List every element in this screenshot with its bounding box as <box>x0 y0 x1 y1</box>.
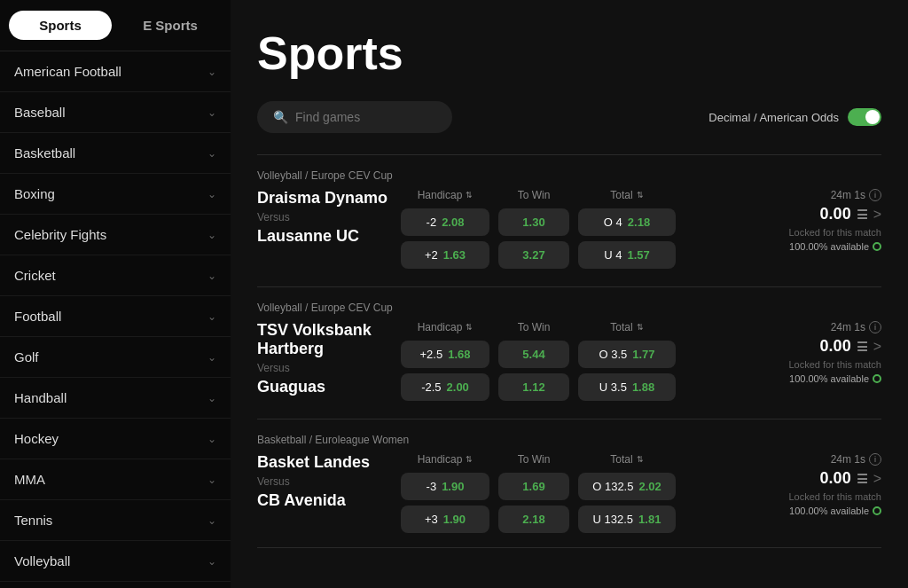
chevron-down-icon: ⌄ <box>207 514 216 527</box>
handicap2-odds: 1.63 <box>443 248 466 262</box>
sidebar-item-mma[interactable]: MMA⌄ <box>0 459 231 500</box>
match-timer: 24m 1s i <box>831 321 881 333</box>
search-box: 🔍 <box>257 101 452 133</box>
wager-row: 0.00 ☰ > <box>820 337 881 356</box>
total2-val: U 4 <box>604 248 622 262</box>
handicap2-btn[interactable]: -2.5 2.00 <box>401 373 489 401</box>
handicap1-val: +2.5 <box>420 348 443 361</box>
total1-val: O 4 <box>604 216 622 229</box>
sidebar-item-tennis[interactable]: Tennis⌄ <box>0 500 231 541</box>
sidebar-item-american-football[interactable]: American Football⌄ <box>0 51 231 92</box>
sidebar-items-list: American Football⌄Baseball⌄Basketball⌄Bo… <box>0 51 231 582</box>
towin2-val: 1.12 <box>522 380 544 394</box>
towin1-val: 1.69 <box>522 480 544 493</box>
total1-btn[interactable]: O 3.5 1.77 <box>578 341 676 368</box>
sidebar-item-label: Cricket <box>14 268 56 283</box>
total2-btn[interactable]: U 3.5 1.88 <box>578 373 676 401</box>
handicap-header: Handicap ⇅ <box>401 321 489 333</box>
chevron-down-icon: ⌄ <box>207 147 216 160</box>
match-timer: 24m 1s i <box>831 453 881 466</box>
towin2-val: 2.18 <box>522 513 544 526</box>
chevron-right-icon[interactable]: > <box>873 207 881 223</box>
sidebar-item-label: Golf <box>14 349 39 365</box>
sidebar-item-basketball[interactable]: Basketball⌄ <box>0 133 231 174</box>
matches-container: Volleyball / Europe CEV Cup Draisma Dyna… <box>257 154 881 548</box>
match-meta: Volleyball / Europe CEV Cup <box>257 302 881 314</box>
total2-btn[interactable]: U 132.5 1.81 <box>578 506 676 533</box>
odds-toggle-switch[interactable] <box>848 108 881 126</box>
sidebar-item-cricket[interactable]: Cricket⌄ <box>0 255 231 296</box>
handicap1-btn[interactable]: -3 1.90 <box>401 473 489 500</box>
towin2-btn[interactable]: 2.18 <box>498 506 569 533</box>
handicap2-odds: 2.00 <box>447 380 469 394</box>
total2-odds: 1.57 <box>627 248 649 262</box>
handicap2-val: +2 <box>425 248 438 262</box>
handicap-header: Handicap ⇅ <box>401 189 489 201</box>
sidebar-item-label: Celebrity Fights <box>14 227 106 242</box>
chevron-right-icon[interactable]: > <box>873 471 881 487</box>
total1-btn[interactable]: O 132.5 2.02 <box>578 473 676 500</box>
sidebar-item-boxing[interactable]: Boxing⌄ <box>0 174 231 215</box>
sidebar-item-golf[interactable]: Golf⌄ <box>0 337 231 378</box>
sidebar-item-label: MMA <box>14 472 45 487</box>
towin1-btn[interactable]: 1.69 <box>498 473 569 500</box>
odds-toggle-label: Decimal / American Odds <box>708 111 839 124</box>
chevron-down-icon: ⌄ <box>207 474 216 486</box>
handicap1-odds: 2.08 <box>442 216 464 229</box>
handicap2-val: -2.5 <box>421 380 441 394</box>
handicap2-btn[interactable]: +3 1.90 <box>401 506 489 533</box>
chevron-down-icon: ⌄ <box>207 270 216 282</box>
sidebar-item-football[interactable]: Football⌄ <box>0 296 231 337</box>
match-card: Volleyball / Europe CEV Cup TSV Volksban… <box>257 286 881 415</box>
info-icon: i <box>869 453 881 466</box>
match-meta: Basketball / Euroleague Women <box>257 434 881 446</box>
sidebar-item-label: Volleyball <box>14 553 70 568</box>
total-sort-icon: ⇅ <box>637 323 644 332</box>
tab-sports[interactable]: Sports <box>9 11 112 40</box>
handicap1-btn[interactable]: -2 2.08 <box>401 208 489 236</box>
chevron-down-icon: ⌄ <box>207 351 216 364</box>
sidebar-item-handball[interactable]: Handball⌄ <box>0 378 231 419</box>
chevron-down-icon: ⌄ <box>207 433 216 445</box>
team2-name: Guaguas <box>257 378 390 396</box>
wager-value: 0.00 <box>820 337 851 356</box>
towin2-btn[interactable]: 3.27 <box>498 241 569 269</box>
wager-menu-icon[interactable]: ☰ <box>857 208 868 222</box>
handicap1-btn[interactable]: +2.5 1.68 <box>401 341 489 368</box>
total1-btn[interactable]: O 4 2.18 <box>578 208 676 236</box>
towin1-btn[interactable]: 1.30 <box>498 208 569 236</box>
handicap-sort-icon: ⇅ <box>466 191 473 200</box>
info-icon: i <box>869 321 881 333</box>
team1-name: TSV Volksbank Hartberg <box>257 321 390 358</box>
tab-esports[interactable]: E Sports <box>119 11 222 40</box>
chevron-right-icon[interactable]: > <box>873 339 881 355</box>
handicap-sort-icon: ⇅ <box>466 323 473 332</box>
towin1-val: 5.44 <box>522 348 544 361</box>
handicap2-btn[interactable]: +2 1.63 <box>401 241 489 269</box>
wager-value: 0.00 <box>820 205 851 223</box>
sidebar-item-celebrity-fights[interactable]: Celebrity Fights⌄ <box>0 215 231 255</box>
main-content: Sports 🔍 Decimal / American Odds Volleyb… <box>231 0 908 588</box>
total2-btn[interactable]: U 4 1.57 <box>578 241 676 269</box>
top-bar: 🔍 Decimal / American Odds <box>257 101 881 133</box>
sidebar-item-hockey[interactable]: Hockey⌄ <box>0 419 231 459</box>
sidebar-item-baseball[interactable]: Baseball⌄ <box>0 92 231 133</box>
sidebar: Sports E Sports American Football⌄Baseba… <box>0 0 231 588</box>
chevron-down-icon: ⌄ <box>207 106 216 119</box>
towin2-btn[interactable]: 1.12 <box>498 373 569 401</box>
sidebar-item-volleyball[interactable]: Volleyball⌄ <box>0 541 231 582</box>
towin1-btn[interactable]: 5.44 <box>498 341 569 368</box>
sidebar-item-label: Hockey <box>14 431 59 446</box>
info-icon: i <box>869 189 881 201</box>
wager-menu-icon[interactable]: ☰ <box>857 472 868 486</box>
total1-odds: 1.77 <box>632 348 654 361</box>
total1-odds: 2.18 <box>628 216 650 229</box>
towin-header: To Win <box>498 321 569 333</box>
match-card: Volleyball / Europe CEV Cup Draisma Dyna… <box>257 154 881 283</box>
sidebar-item-label: American Football <box>14 64 121 79</box>
handicap1-val: -2 <box>427 216 437 229</box>
search-input[interactable] <box>295 110 436 124</box>
wager-menu-icon[interactable]: ☰ <box>857 340 868 354</box>
total-header: Total ⇅ <box>578 321 676 333</box>
handicap-header: Handicap ⇅ <box>401 453 489 466</box>
